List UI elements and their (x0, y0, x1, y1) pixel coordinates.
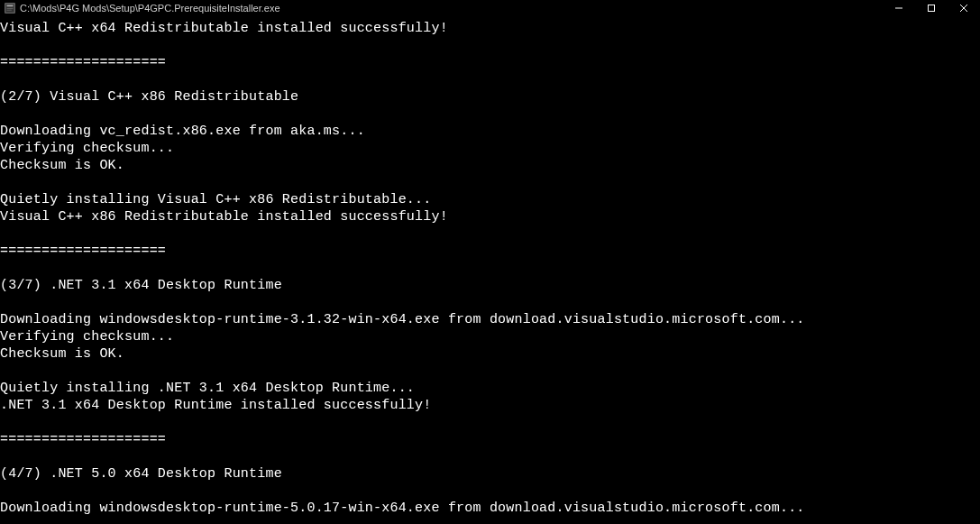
console-line: Quietly installing .NET 3.1 x64 Desktop … (0, 380, 980, 397)
console-line: Verifying checksum... (0, 140, 980, 157)
titlebar-left: C:\Mods\P4G Mods\Setup\P4GPC.Prerequisit… (4, 2, 280, 14)
console-line (0, 260, 980, 277)
svg-rect-5 (929, 5, 935, 12)
console-line (0, 448, 980, 465)
console-line: (4/7) .NET 5.0 x64 Desktop Runtime (0, 465, 980, 483)
console-line (0, 225, 980, 243)
console-line: (3/7) .NET 3.1 x64 Desktop Runtime (0, 277, 980, 294)
console-line (0, 483, 980, 500)
console-line: ==================== (0, 54, 980, 71)
svg-rect-2 (7, 8, 14, 9)
console-line (0, 106, 980, 123)
window-titlebar: C:\Mods\P4G Mods\Setup\P4GPC.Prerequisit… (0, 0, 980, 16)
console-output: Visual C++ x64 Redistributable installed… (0, 16, 980, 524)
console-line: .NET 3.1 x64 Desktop Runtime installed s… (0, 397, 980, 414)
console-line: Downloading windowsdesktop-runtime-3.1.3… (0, 311, 980, 328)
console-line (0, 71, 980, 88)
console-line: Visual C++ x64 Redistributable installed… (0, 20, 980, 37)
close-button[interactable] (948, 0, 980, 16)
console-line: ==================== (0, 431, 980, 448)
console-line: Quietly installing Visual C++ x86 Redist… (0, 191, 980, 208)
console-line: ==================== (0, 243, 980, 260)
console-line: Checksum is OK. (0, 345, 980, 363)
console-line: Checksum is OK. (0, 157, 980, 174)
console-line (0, 174, 980, 191)
console-line (0, 294, 980, 311)
svg-rect-1 (7, 5, 14, 7)
console-line: Downloading vc_redist.x86.exe from aka.m… (0, 123, 980, 140)
app-icon (4, 2, 16, 14)
svg-rect-3 (7, 10, 12, 11)
console-line: Visual C++ x86 Redistributable installed… (0, 208, 980, 225)
console-line: Downloading windowsdesktop-runtime-5.0.1… (0, 500, 980, 517)
console-line: Verifying checksum... (0, 328, 980, 345)
console-line (0, 414, 980, 431)
console-line (0, 37, 980, 54)
window-title: C:\Mods\P4G Mods\Setup\P4GPC.Prerequisit… (20, 3, 280, 14)
window-controls (883, 0, 980, 16)
minimize-button[interactable] (883, 0, 915, 16)
maximize-button[interactable] (915, 0, 948, 16)
console-line (0, 363, 980, 380)
console-line: (2/7) Visual C++ x86 Redistributable (0, 88, 980, 106)
